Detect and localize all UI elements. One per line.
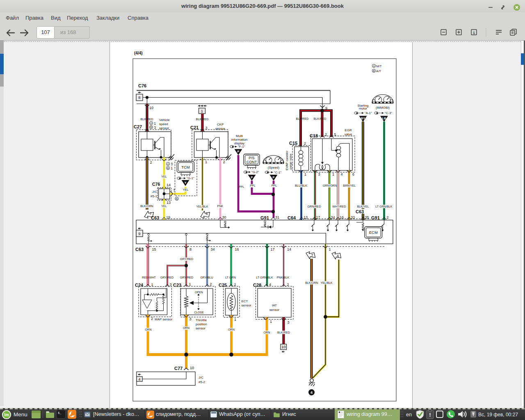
- svg-text:GRY/RED: GRY/RED: [180, 257, 194, 261]
- svg-text:GRY/BLU: GRY/BLU: [200, 276, 213, 279]
- svg-text:#5-2: #5-2: [199, 380, 205, 384]
- svg-text:3: 3: [154, 126, 156, 130]
- svg-text:C23: C23: [173, 283, 181, 288]
- svg-text:3: 3: [170, 283, 172, 287]
- svg-text:sensor: sensor: [215, 127, 225, 130]
- svg-text:2: 2: [304, 142, 306, 146]
- svg-text:7: 7: [311, 253, 313, 258]
- svg-text:GRN/ORN: GRN/ORN: [323, 184, 337, 187]
- svg-text:13: 13: [304, 215, 308, 219]
- svg-text:1: 1: [201, 109, 203, 113]
- svg-text:14: 14: [167, 183, 171, 187]
- svg-text:G91: G91: [371, 215, 380, 220]
- svg-text:(IMMOBI): (IMMOBI): [376, 106, 390, 110]
- svg-text:PNK: PNK: [217, 204, 224, 208]
- svg-text:1: 1: [151, 283, 153, 287]
- svg-text:"F-1": "F-1": [238, 145, 245, 148]
- svg-text:6: 6: [337, 254, 339, 258]
- svg-text:BY: BY: [361, 116, 365, 120]
- svg-text:lm: lm: [4, 413, 9, 417]
- svg-text:Throttle: Throttle: [196, 318, 207, 322]
- svg-text:P: P: [251, 176, 253, 179]
- svg-text:MAP sensor: MAP sensor: [155, 317, 173, 321]
- svg-text:1: 1: [205, 160, 207, 164]
- svg-text:C28: C28: [253, 283, 261, 288]
- svg-text:33: 33: [351, 215, 355, 219]
- svg-text:GRY/RED: GRY/RED: [180, 276, 194, 279]
- svg-text:34: 34: [331, 215, 335, 219]
- svg-text:1: 1: [473, 31, 475, 35]
- svg-text:ORN: ORN: [264, 331, 270, 334]
- svg-text:34: 34: [211, 247, 215, 251]
- svg-text:16: 16: [340, 215, 344, 219]
- svg-text:"C-1": "C-1": [274, 171, 281, 174]
- svg-text:ECT: ECT: [242, 299, 248, 303]
- svg-text:P: P: [272, 176, 274, 179]
- svg-text:J/C: J/C: [199, 376, 203, 379]
- svg-text:10: 10: [149, 106, 153, 110]
- svg-text:B: B: [167, 167, 169, 169]
- svg-text:BLK/RED: BLK/RED: [277, 331, 290, 334]
- svg-text:valve: valve: [345, 132, 352, 136]
- svg-text:(Speed): (Speed): [268, 166, 280, 169]
- svg-text:PPL: PPL: [250, 184, 256, 187]
- svg-text:16: 16: [235, 247, 239, 251]
- svg-text:speed: speed: [159, 122, 168, 126]
- svg-text:YEL: YEL: [161, 175, 167, 178]
- svg-text:Vehicle: Vehicle: [159, 118, 170, 122]
- svg-text:BLK/YEL: BLK/YEL: [357, 205, 369, 208]
- svg-text:C63: C63: [356, 209, 364, 214]
- svg-text:LT GRN: LT GRN: [225, 276, 236, 279]
- svg-text:8: 8: [138, 95, 140, 100]
- svg-text:10: 10: [190, 366, 194, 370]
- svg-text:6: 6: [205, 212, 208, 216]
- svg-text:(4/4): (4/4): [134, 51, 143, 55]
- svg-text:EGR: EGR: [345, 128, 352, 132]
- svg-text:ORN: ORN: [228, 328, 235, 331]
- svg-text:A/T: A/T: [376, 69, 381, 73]
- svg-text:3: 3: [189, 317, 192, 321]
- svg-text:P/S: P/S: [249, 156, 255, 160]
- svg-text:C63: C63: [151, 215, 159, 220]
- svg-text:1: 1: [329, 247, 331, 251]
- svg-text:C15: C15: [289, 141, 297, 146]
- svg-text:1: 1: [304, 172, 306, 176]
- svg-text:2: 2: [210, 282, 212, 286]
- svg-text:17: 17: [271, 247, 275, 251]
- svg-text:CONT: CONT: [247, 160, 257, 164]
- svg-text:RED/WHT: RED/WHT: [142, 276, 156, 279]
- svg-text:15: 15: [152, 247, 156, 251]
- svg-text:C18: C18: [310, 133, 318, 138]
- svg-text:13: 13: [167, 201, 171, 205]
- svg-text:purge valve: purge valve: [289, 153, 292, 169]
- svg-text:P: P: [237, 150, 239, 153]
- svg-text:LB: LB: [382, 116, 387, 120]
- svg-text:C25: C25: [219, 283, 227, 288]
- svg-text:GRY/RED: GRY/RED: [160, 276, 174, 279]
- svg-text:35: 35: [365, 215, 369, 219]
- svg-text:1: 1: [189, 282, 191, 286]
- svg-text:YEL: YEL: [161, 204, 167, 208]
- svg-text:3: 3: [318, 172, 320, 176]
- svg-text:BLK/ORN: BLK/ORN: [140, 204, 153, 208]
- svg-text:4: 4: [310, 390, 313, 395]
- svg-text:2: 2: [150, 160, 152, 164]
- svg-text:Multi: Multi: [236, 134, 243, 138]
- svg-text:PNK/BLK: PNK/BLK: [277, 276, 290, 279]
- svg-text:G91: G91: [260, 215, 269, 220]
- svg-text:BLK/RED: BLK/RED: [196, 117, 209, 121]
- svg-text:TCM: TCM: [181, 165, 190, 169]
- svg-text:10: 10: [281, 345, 286, 349]
- svg-text:1: 1: [154, 121, 156, 126]
- svg-text:31: 31: [275, 215, 279, 219]
- svg-text:LT GRN/BLK: LT GRN/BLK: [375, 205, 392, 208]
- svg-text:"A-1": "A-1": [365, 111, 372, 115]
- svg-text:M/T: M/T: [376, 64, 382, 68]
- svg-text:B: B: [176, 198, 178, 200]
- svg-text:30: 30: [222, 215, 226, 219]
- svg-text:OPEN: OPEN: [195, 291, 203, 294]
- svg-text:9: 9: [138, 231, 140, 236]
- svg-text:B: B: [150, 126, 152, 128]
- svg-text:ORN: ORN: [183, 326, 189, 330]
- svg-text:BRN/YEL: BRN/YEL: [343, 184, 356, 187]
